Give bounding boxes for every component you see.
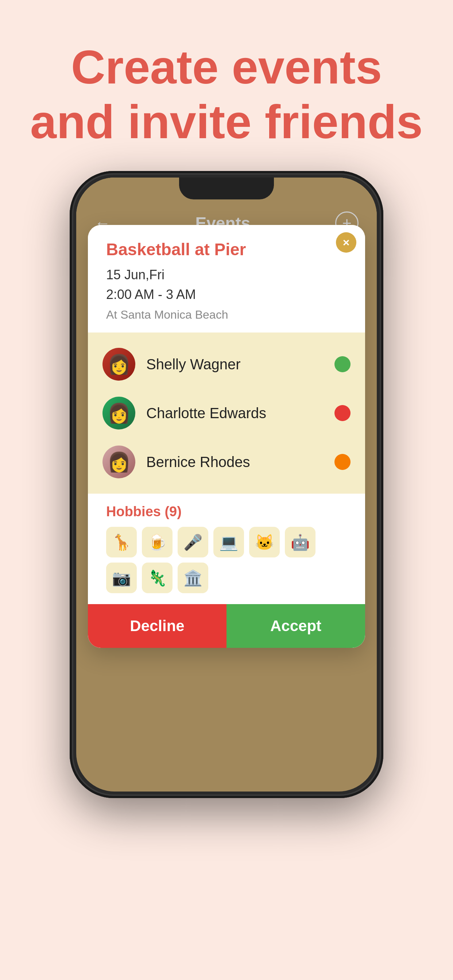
hobbies-title: Hobbies (9)	[106, 504, 347, 520]
attendees-list: 👩 Shelly Wagner 👩 Charlotte Edwards	[88, 332, 365, 494]
decline-button[interactable]: Decline	[88, 604, 226, 648]
modal-close-button[interactable]: ×	[336, 232, 356, 253]
modal-actions: Decline Accept	[88, 604, 365, 648]
hobby-item: 📷	[106, 563, 137, 593]
hobby-item: 🐱	[249, 527, 280, 557]
hobbies-grid: 🦒 🍺 🎤 💻 🐱 🤖 📷 🦎 🏛️	[106, 527, 347, 593]
hobby-item: 💻	[214, 527, 244, 557]
event-title: Basketball at Pier	[106, 240, 347, 259]
status-dot-red	[335, 405, 351, 421]
phone-wrapper: ← Events + P E A C E 1 A C	[0, 171, 453, 798]
attendee-row: 👩 Charlotte Edwards	[102, 389, 351, 438]
modal-overlay: × Basketball at Pier 15 Jun,Fri 2:00 AM …	[76, 178, 377, 792]
status-dot-orange	[335, 454, 351, 470]
avatar: 👩	[102, 397, 135, 430]
hobby-item: 🦒	[106, 527, 137, 557]
event-modal: × Basketball at Pier 15 Jun,Fri 2:00 AM …	[88, 225, 365, 648]
hero-title: Create events and invite friends	[0, 40, 453, 149]
hobby-item: 🎤	[178, 527, 208, 557]
hero-section: Create events and invite friends	[0, 0, 453, 171]
hobby-item: 🍺	[142, 527, 172, 557]
hobby-item: 🤖	[285, 527, 316, 557]
status-dot-green	[335, 356, 351, 372]
attendee-row: 👩 Shelly Wagner	[102, 340, 351, 389]
hobby-item: 🏛️	[178, 563, 208, 593]
event-location: At Santa Monica Beach	[106, 308, 347, 321]
event-details: Basketball at Pier 15 Jun,Fri 2:00 AM - …	[88, 225, 365, 332]
attendee-name: Bernice Rhodes	[146, 454, 335, 470]
attendee-row: 👩 Bernice Rhodes	[102, 438, 351, 486]
phone-screen: ← Events + P E A C E 1 A C	[76, 178, 377, 792]
accept-button[interactable]: Accept	[226, 604, 365, 648]
attendee-name: Shelly Wagner	[146, 356, 335, 372]
avatar: 👩	[102, 348, 135, 380]
hobby-item: 🦎	[142, 563, 172, 593]
event-datetime: 15 Jun,Fri 2:00 AM - 3 AM	[106, 265, 347, 304]
phone-shell: ← Events + P E A C E 1 A C	[70, 171, 383, 798]
attendee-name: Charlotte Edwards	[146, 405, 335, 422]
avatar: 👩	[102, 445, 135, 478]
hobbies-section: Hobbies (9) 🦒 🍺 🎤 💻 🐱 🤖 📷 🦎 🏛️	[88, 494, 365, 604]
